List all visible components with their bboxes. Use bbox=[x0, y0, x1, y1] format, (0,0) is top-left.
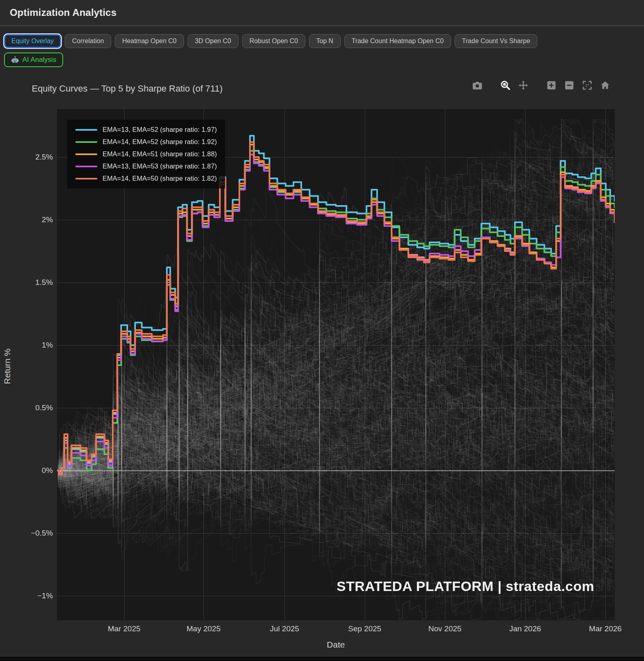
y-tick--0.5: −0.5% bbox=[2, 529, 53, 538]
tab-trade-count-vs-sharpe[interactable]: Trade Count Vs Sharpe bbox=[455, 34, 538, 48]
tab-heatmap-open-c0[interactable]: Heatmap Open C0 bbox=[115, 34, 184, 48]
tab-robust-open-c0[interactable]: Robust Open C0 bbox=[242, 34, 305, 48]
legend-swatch bbox=[75, 178, 97, 179]
optimization-analytics-page: Optimization Analytics Equity OverlayCor… bbox=[0, 0, 644, 661]
tab-3d-open-c0[interactable]: 3D Open C0 bbox=[188, 34, 239, 48]
chart-legend: EMA=13, EMA=52 (sharpe ratio: 1.97)EMA=1… bbox=[67, 120, 225, 188]
tab-trade-count-heatmap-open-c0[interactable]: Trade Count Heatmap Open C0 bbox=[344, 34, 451, 48]
zoom-box-icon[interactable] bbox=[500, 80, 511, 91]
legend-label: EMA=13, EMA=53 (sharpe ratio: 1.87) bbox=[103, 162, 217, 170]
watermark: STRATEDA PLATFORM | strateda.com bbox=[337, 578, 594, 594]
legend-label: EMA=13, EMA=52 (sharpe ratio: 1.97) bbox=[103, 126, 217, 134]
ai-row: AI Analysis bbox=[4, 53, 63, 67]
tab-top-n[interactable]: Top N bbox=[309, 34, 341, 48]
chart-title: Equity Curves — Top 5 by Sharpe Ratio (o… bbox=[32, 83, 223, 94]
legend-label: EMA=14, EMA=50 (sharpe ratio: 1.82) bbox=[103, 175, 217, 182]
zoom-out-icon[interactable] bbox=[564, 80, 575, 91]
autoscale-icon[interactable] bbox=[582, 80, 593, 91]
camera-icon[interactable] bbox=[472, 80, 483, 91]
y-tick-1.5: 1.5% bbox=[2, 278, 53, 287]
legend-swatch bbox=[75, 166, 97, 167]
reset-home-icon[interactable] bbox=[600, 80, 611, 91]
tab-correlation[interactable]: Correlation bbox=[65, 34, 111, 48]
ai-analysis-label: AI Analysis bbox=[22, 56, 56, 64]
y-tick-2: 2% bbox=[2, 215, 53, 224]
x-tick-sep-2025: Sep 2025 bbox=[332, 624, 397, 633]
plot-modebar bbox=[472, 80, 611, 91]
plot-area[interactable]: EMA=13, EMA=52 (sharpe ratio: 1.97)EMA=1… bbox=[57, 109, 615, 620]
zoom-in-icon[interactable] bbox=[546, 80, 557, 91]
legend-item-ema-14-ema-51[interactable]: EMA=14, EMA=51 (sharpe ratio: 1.88) bbox=[75, 150, 217, 158]
page-title: Optimization Analytics bbox=[10, 7, 116, 18]
page-header: Optimization Analytics bbox=[0, 0, 644, 26]
x-tick-may-2025: May 2025 bbox=[171, 624, 236, 633]
x-axis-title: Date bbox=[303, 640, 368, 650]
tab-equity-overlay[interactable]: Equity Overlay bbox=[4, 34, 61, 48]
legend-item-ema-13-ema-53[interactable]: EMA=13, EMA=53 (sharpe ratio: 1.87) bbox=[75, 162, 217, 170]
x-tick-jul-2025: Jul 2025 bbox=[252, 624, 317, 633]
legend-swatch bbox=[75, 153, 97, 155]
legend-item-ema-14-ema-50[interactable]: EMA=14, EMA=50 (sharpe ratio: 1.82) bbox=[75, 175, 217, 182]
legend-swatch bbox=[75, 141, 97, 143]
legend-label: EMA=14, EMA=52 (sharpe ratio: 1.92) bbox=[103, 138, 217, 146]
x-tick-mar-2026: Mar 2026 bbox=[573, 624, 638, 633]
y-tick-0.5: 0.5% bbox=[2, 403, 53, 412]
x-tick-nov-2025: Nov 2025 bbox=[412, 624, 478, 633]
ai-analysis-button[interactable]: AI Analysis bbox=[4, 53, 63, 67]
footer-strip bbox=[0, 656, 644, 661]
x-tick-jan-2026: Jan 2026 bbox=[493, 624, 558, 633]
legend-swatch bbox=[75, 129, 97, 131]
y-tick-0: 0% bbox=[2, 466, 53, 475]
x-tick-mar-2025: Mar 2025 bbox=[92, 624, 157, 633]
robot-icon bbox=[11, 56, 19, 64]
pan-icon[interactable] bbox=[518, 80, 529, 91]
tab-row: Equity OverlayCorrelationHeatmap Open C0… bbox=[4, 34, 537, 48]
legend-item-ema-13-ema-52[interactable]: EMA=13, EMA=52 (sharpe ratio: 1.97) bbox=[75, 126, 217, 134]
legend-label: EMA=14, EMA=51 (sharpe ratio: 1.88) bbox=[103, 150, 217, 158]
y-tick--1: −1% bbox=[2, 591, 53, 600]
y-tick-2.5: 2.5% bbox=[2, 153, 53, 162]
legend-item-ema-14-ema-52[interactable]: EMA=14, EMA=52 (sharpe ratio: 1.92) bbox=[75, 138, 217, 146]
y-axis-title: Return % bbox=[2, 334, 12, 399]
